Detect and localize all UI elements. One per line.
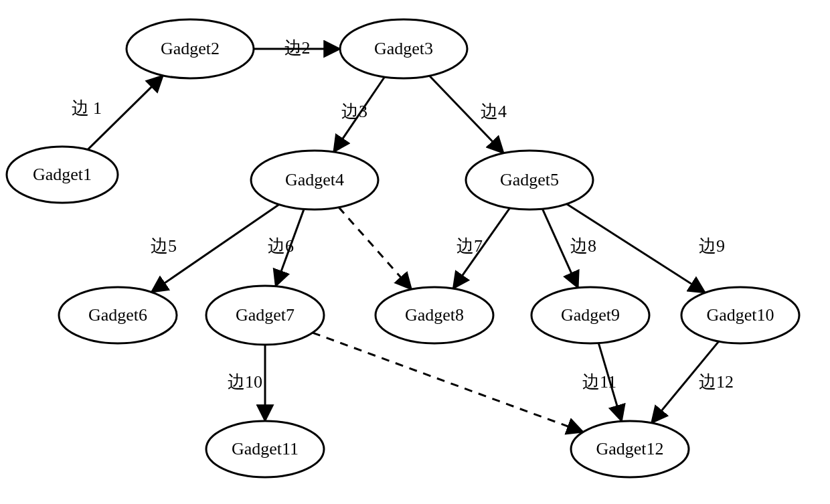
node-n9: Gadget9 [531, 287, 649, 343]
node-label: Gadget4 [285, 170, 344, 189]
node-label: Gadget8 [405, 305, 464, 325]
node-label: Gadget12 [596, 439, 663, 458]
edge-label-e12: 边12 [699, 372, 734, 392]
nodes-group: Gadget1Gadget2Gadget3Gadget4Gadget5Gadge… [7, 19, 799, 477]
node-n3: Gadget3 [340, 19, 467, 78]
edge-label-e8: 边8 [570, 236, 596, 256]
edge-label-e10: 边10 [228, 372, 262, 392]
node-label: Gadget11 [232, 439, 299, 458]
node-n6: Gadget6 [59, 287, 177, 343]
node-n5: Gadget5 [466, 151, 593, 209]
edge-label-e2: 边2 [284, 38, 311, 58]
edge-label-e11: 边11 [582, 372, 616, 392]
edge-label-e9: 边9 [699, 236, 725, 256]
node-n12: Gadget12 [571, 421, 689, 477]
edges-group: 边 1边2边3边4边5边6边7边8边9边10边11边12 [72, 38, 734, 432]
node-label: Gadget1 [33, 165, 92, 184]
edge-label-e4: 边4 [481, 102, 507, 121]
edge-label-e3: 边3 [341, 102, 367, 121]
node-label: Gadget6 [88, 305, 147, 325]
node-n11: Gadget11 [206, 421, 324, 477]
edge-e14 [313, 333, 583, 432]
edge-label-e6: 边6 [268, 236, 294, 256]
node-n10: Gadget10 [681, 287, 799, 343]
node-n1: Gadget1 [7, 147, 118, 203]
node-n8: Gadget8 [376, 287, 493, 343]
edge-label-e5: 边5 [151, 236, 177, 256]
edge-label-e1: 边 1 [72, 98, 102, 118]
gadget-graph-diagram: 边 1边2边3边4边5边6边7边8边9边10边11边12Gadget1Gadge… [0, 0, 830, 504]
edge-label-e7: 边7 [456, 236, 483, 256]
node-n2: Gadget2 [127, 19, 254, 78]
node-label: Gadget5 [500, 170, 559, 189]
node-label: Gadget2 [161, 39, 220, 58]
node-label: Gadget10 [706, 305, 774, 325]
node-n4: Gadget4 [251, 151, 378, 209]
node-label: Gadget9 [561, 305, 620, 325]
node-label: Gadget7 [236, 305, 295, 325]
node-n7: Gadget7 [206, 286, 324, 345]
node-label: Gadget3 [374, 39, 433, 58]
edge-e13 [339, 207, 412, 290]
